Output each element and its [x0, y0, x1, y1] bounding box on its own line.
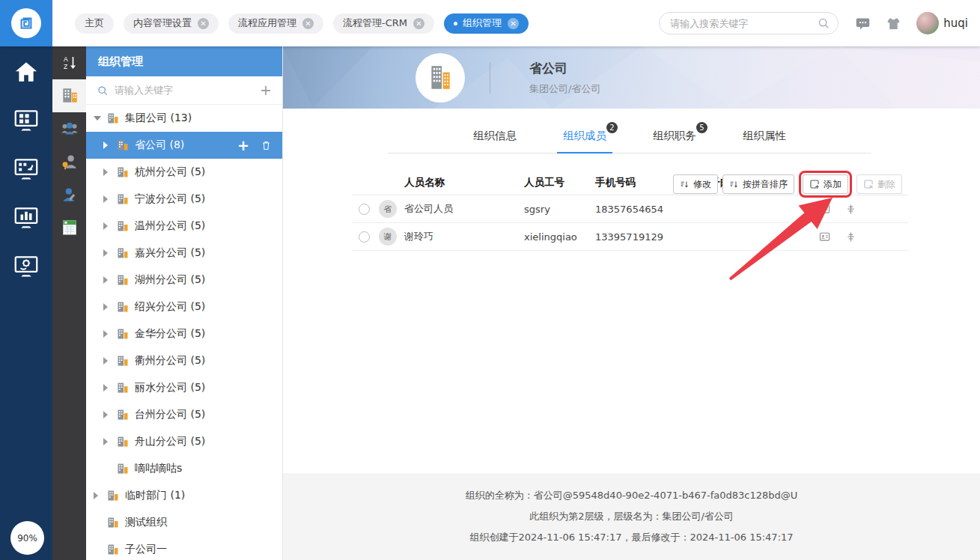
expander-icon[interactable] [94, 116, 107, 121]
row-radio[interactable] [359, 231, 370, 243]
expander-icon[interactable] [103, 249, 117, 257]
member-name: 谢玲巧 [404, 230, 524, 243]
building-icon [107, 517, 119, 529]
member-adjust-icon[interactable] [844, 203, 857, 216]
tree-item[interactable]: 舟山分公司 (5) + [86, 428, 282, 455]
topbar: 主页 ✕ 内容管理设置 ✕ 流程应用管理 ✕ 流程管理-CRM ✕ 组织管理 [0, 0, 980, 46]
close-icon[interactable]: ✕ [198, 18, 209, 29]
tab[interactable]: 组织信息 [472, 129, 518, 153]
member-employee-id: xielingqiao [524, 231, 595, 243]
add-child-org-icon[interactable]: + [237, 139, 249, 153]
close-icon[interactable]: ✕ [302, 18, 314, 29]
tree-item[interactable]: 杭州分公司 (5) + [86, 159, 282, 186]
member-name: 省公司人员 [404, 202, 524, 216]
org-building-icon[interactable] [52, 79, 86, 112]
tree-item[interactable]: 台州分公司 (5) + [86, 401, 282, 428]
tab[interactable]: 组织职务 5 [651, 129, 698, 153]
close-icon[interactable]: ✕ [508, 18, 519, 29]
members-toolbar: 修改 按拼音排序 添加 删除 [673, 171, 902, 198]
delete-org-icon[interactable] [261, 140, 272, 151]
schedule-icon[interactable] [52, 211, 86, 244]
expander-icon[interactable] [103, 384, 117, 392]
expander-icon[interactable] [94, 492, 107, 499]
expander-icon[interactable] [103, 141, 117, 149]
home-icon[interactable] [11, 57, 41, 87]
expander-icon[interactable] [103, 330, 117, 338]
user-edit-icon[interactable] [52, 178, 86, 211]
expander-icon[interactable] [103, 195, 117, 203]
tree-item[interactable]: 温州分公司 (5) + [86, 213, 282, 240]
breadcrumb-pill[interactable]: 流程应用管理 ✕ [228, 13, 323, 34]
user-key-icon[interactable] [52, 145, 86, 178]
expander-icon[interactable] [103, 222, 117, 230]
tree-item[interactable]: 集团公司 (13) + [86, 105, 282, 132]
delete-member-button[interactable]: 删除 [856, 174, 902, 194]
chat-icon[interactable] [855, 16, 871, 31]
member-card-icon[interactable] [818, 231, 831, 243]
breadcrumb-pill[interactable]: 流程管理-CRM ✕ [333, 13, 434, 34]
row-radio[interactable] [359, 204, 370, 215]
banner-divider [490, 62, 490, 94]
modify-button[interactable]: 修改 [673, 174, 718, 194]
expander-icon[interactable] [103, 303, 117, 311]
org-avatar-circle [416, 53, 465, 103]
tree-item[interactable]: 临时部门 (1) + [86, 482, 282, 509]
tree-item[interactable]: 省公司 (8) + [86, 132, 282, 159]
expander-icon[interactable] [103, 438, 117, 445]
tab-count-badge: 2 [606, 122, 618, 133]
tree-item[interactable]: 金华分公司 (5) + [86, 320, 282, 347]
tree-item[interactable]: 嘉兴分公司 (5) + [86, 240, 282, 267]
breadcrumb-pill[interactable]: 内容管理设置 ✕ [124, 13, 219, 34]
tree-item[interactable]: 丽水分公司 (5) + [86, 374, 282, 401]
app-window: 主页 ✕ 内容管理设置 ✕ 流程应用管理 ✕ 流程管理-CRM ✕ 组织管理 [0, 0, 980, 560]
tree-item[interactable]: 测试组织 + [86, 509, 282, 536]
expander-icon[interactable] [103, 411, 117, 419]
avatar[interactable] [916, 12, 939, 34]
username[interactable]: huqi [943, 16, 968, 30]
app-center-monitor-icon[interactable] [11, 106, 41, 136]
expander-icon[interactable] [103, 168, 117, 176]
expander-icon[interactable] [103, 357, 117, 365]
tab[interactable]: 组织属性 [741, 129, 788, 153]
tree-search-input[interactable] [115, 85, 254, 96]
tab[interactable]: 组织成员 2 [561, 129, 608, 153]
member-avatar: 谢 [379, 228, 397, 246]
user-remove-icon [863, 179, 874, 189]
tab-label: 组织属性 [743, 130, 786, 141]
tree-item[interactable]: 子公司一 + [86, 536, 282, 560]
building-icon [117, 436, 129, 448]
primary-sidebar: 90% [0, 46, 52, 560]
app-logo[interactable] [0, 0, 52, 46]
tree-item[interactable]: 嘀咕嘀咕s + [86, 455, 282, 482]
sort-pinyin-button[interactable]: 按拼音排序 [722, 174, 794, 194]
member-avatar: 省 [379, 200, 397, 218]
workflow-monitor-icon[interactable] [11, 154, 41, 184]
add-member-button[interactable]: 添加 [803, 174, 848, 194]
add-root-org-button[interactable]: + [260, 83, 272, 97]
search-input[interactable] [659, 12, 839, 34]
省公司人员[interactable]: 省 省公司人员 sgsry 18357654654 [352, 195, 908, 223]
search-icon [97, 85, 109, 97]
tree-item[interactable]: 绍兴分公司 (5) + [86, 293, 282, 320]
tree-item[interactable]: 宁波分公司 (5) + [86, 186, 282, 213]
expander-icon[interactable] [103, 276, 117, 284]
谢玲巧[interactable]: 谢 谢玲巧 xielingqiao 13395719129 [352, 223, 908, 251]
zoom-level-badge[interactable]: 90% [10, 521, 44, 555]
logo-circle [11, 8, 41, 38]
breadcrumb-pill[interactable]: 组织管理 ✕ [444, 13, 529, 34]
user-group-icon[interactable] [52, 112, 86, 145]
service-monitor-icon[interactable] [11, 252, 41, 281]
member-card-icon[interactable] [818, 203, 831, 216]
theme-shirt-icon[interactable] [886, 16, 901, 31]
breadcrumb-pill[interactable]: 主页 ✕ [75, 13, 114, 34]
tree-item[interactable]: 湖州分公司 (5) + [86, 267, 282, 293]
close-icon[interactable]: ✕ [413, 18, 424, 29]
sort-az-icon[interactable]: AZ [52, 46, 86, 79]
member-adjust-icon[interactable] [844, 231, 857, 243]
building-icon [117, 166, 129, 178]
sort-icon [729, 180, 739, 189]
org-fullname-line: 组织的全称为：省公司@59548d40-90e2-4071-b467-fa0d8… [466, 489, 797, 502]
tree-item[interactable]: 衢州分公司 (5) + [86, 347, 282, 374]
col-header-name: 人员名称 [404, 176, 524, 189]
report-monitor-icon[interactable] [11, 203, 41, 233]
